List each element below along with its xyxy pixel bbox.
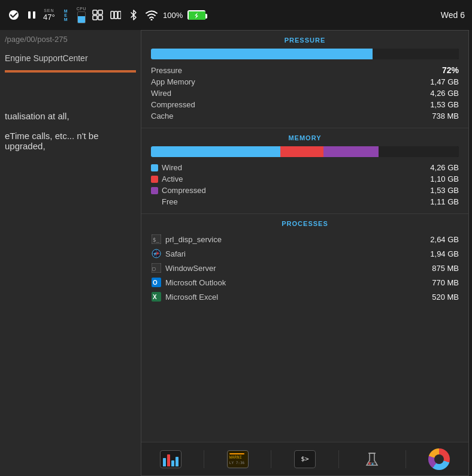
temperature-text: 47° xyxy=(43,13,55,22)
bg-orange-bar xyxy=(5,70,136,73)
grid-icon[interactable] xyxy=(91,8,104,22)
wired-label: Wired xyxy=(162,163,430,172)
memory-bar-compressed xyxy=(323,146,379,157)
svg-text:X: X xyxy=(153,294,157,300)
memory-title: MEMORY xyxy=(151,134,459,141)
pressure-title: PRESSURE xyxy=(151,37,459,44)
cpu-indicator: CPU xyxy=(77,7,86,23)
compressed-value: 1,53 GB xyxy=(430,186,459,195)
svg-point-25 xyxy=(368,462,371,465)
instruments-icon xyxy=(361,450,383,468)
bottom-toolbar: WARNI LY 7:36 $> xyxy=(141,442,468,475)
wifi-icon[interactable] xyxy=(145,8,158,22)
windowserver-icon: ▢ xyxy=(151,263,162,273)
processes-section: PROCESSES $_ prl_disp_service 2,64 GB xyxy=(141,214,468,442)
process-value-0: 2,64 GB xyxy=(430,235,459,244)
svg-rect-2 xyxy=(33,11,35,19)
memory-legend-free: Free 1,11 GB xyxy=(151,196,459,207)
bg-body-text2: eTime calls, etc... n't be upgraded, xyxy=(0,126,141,156)
svg-rect-3 xyxy=(93,10,97,14)
svg-point-10 xyxy=(150,19,152,21)
bg-title-text: Engine SupportCenter xyxy=(0,49,141,68)
free-value: 1,11 GB xyxy=(430,197,459,206)
safari-icon xyxy=(151,248,162,259)
pressure-stat-row-0: Pressure 72% xyxy=(151,64,459,76)
pressure-stat-row-4: Cache 738 MB xyxy=(151,110,459,122)
process-row-0: $_ prl_disp_service 2,64 GB xyxy=(151,232,459,246)
pressure-label-0: Pressure xyxy=(151,66,182,75)
pressure-stat-row-3: Compressed 1,53 GB xyxy=(151,99,459,110)
pressure-value-2: 4,26 GB xyxy=(430,89,459,98)
activity-monitor-icon xyxy=(160,450,181,468)
pressure-stat-row-2: Wired 4,26 GB xyxy=(151,88,459,99)
process-row-1: Safari 1,94 GB xyxy=(151,246,459,261)
memory-legend-compressed: Compressed 1,53 GB xyxy=(151,185,459,196)
memory-legend-wired: Wired 4,26 GB xyxy=(151,162,459,173)
battery-percentage: 100% xyxy=(163,11,183,20)
active-label: Active xyxy=(162,174,430,183)
memory-bar-active xyxy=(280,146,323,157)
svg-rect-9 xyxy=(118,11,121,19)
process-row-2: ▢ WindowServer 875 MB xyxy=(151,261,459,275)
pressure-label-2: Wired xyxy=(151,89,171,98)
svg-rect-1 xyxy=(28,11,31,19)
process-value-4: 520 MB xyxy=(432,293,459,302)
pressure-value-0: 72% xyxy=(442,65,459,75)
svg-rect-8 xyxy=(114,11,117,19)
process-value-2: 875 MB xyxy=(432,264,459,273)
instruments-button[interactable] xyxy=(356,447,388,471)
memory-popup: PRESSURE Pressure 72% App Memory 1,47 GB… xyxy=(141,30,469,476)
activity-monitor-button[interactable] xyxy=(155,447,186,471)
pressure-bar xyxy=(151,49,459,59)
svg-text:$_: $_ xyxy=(153,237,159,243)
check-icon[interactable] xyxy=(7,8,20,22)
menubar-left-icons: SEN 47° M E M CPU xyxy=(7,7,205,23)
pressure-label-3: Compressed xyxy=(151,100,195,109)
mem-indicator: M E M xyxy=(60,9,72,22)
active-dot xyxy=(151,176,158,183)
process-name-3: Microsoft Outlook xyxy=(165,278,432,287)
process-name-4: Microsoft Excel xyxy=(165,293,432,302)
svg-rect-5 xyxy=(93,16,97,20)
toolbar-separator-3 xyxy=(338,450,339,468)
pause-icon[interactable] xyxy=(25,8,38,22)
pressure-label-1: App Memory xyxy=(151,77,195,86)
bluetooth-icon[interactable] xyxy=(127,8,140,22)
toolbar-separator-1 xyxy=(204,450,204,468)
prl-icon: $_ xyxy=(151,234,162,245)
toolbar-separator-2 xyxy=(271,450,271,468)
console-button[interactable]: WARNI LY 7:36 xyxy=(222,447,253,471)
active-value: 1,10 GB xyxy=(430,174,459,183)
svg-rect-4 xyxy=(98,10,102,14)
svg-rect-6 xyxy=(98,16,102,20)
svg-text:▢: ▢ xyxy=(152,266,156,272)
pressure-bar-fill xyxy=(151,49,373,59)
svg-rect-7 xyxy=(111,11,114,19)
processes-title: PROCESSES xyxy=(151,220,459,227)
memory-bar xyxy=(151,146,459,157)
memory-section: MEMORY Wired 4,26 GB Active 1,10 GB Comp… xyxy=(141,128,468,214)
memory-bar-wired xyxy=(151,146,280,157)
background-page: /page/00/post-275 Engine SupportCenter t… xyxy=(0,30,141,476)
excel-icon: X xyxy=(151,291,162,302)
free-dot xyxy=(151,198,158,206)
pressure-bar-empty xyxy=(373,49,459,59)
toolbar-separator-4 xyxy=(406,450,406,468)
istatistica-button[interactable] xyxy=(423,447,455,471)
svg-text:O: O xyxy=(153,279,158,286)
terminal-icon: $> xyxy=(294,450,316,468)
pressure-value-1: 1,47 GB xyxy=(430,77,459,86)
bg-body-text1: tualisation at all, xyxy=(0,75,141,126)
terminal-button[interactable]: $> xyxy=(289,447,320,471)
bg-url-text: /page/00/post-275 xyxy=(0,30,141,49)
outlook-icon: O xyxy=(151,277,162,288)
process-row-3: O Microsoft Outlook 770 MB xyxy=(151,275,459,290)
layout-icon[interactable] xyxy=(109,8,122,22)
pressure-stat-row-1: App Memory 1,47 GB xyxy=(151,76,459,88)
wired-value: 4,26 GB xyxy=(430,163,459,172)
process-value-3: 770 MB xyxy=(432,278,459,287)
pressure-section: PRESSURE Pressure 72% App Memory 1,47 GB… xyxy=(141,31,468,128)
free-label: Free xyxy=(162,197,430,206)
process-name-0: prl_disp_service xyxy=(165,235,430,244)
datetime-text: Wed 6 xyxy=(441,10,465,20)
